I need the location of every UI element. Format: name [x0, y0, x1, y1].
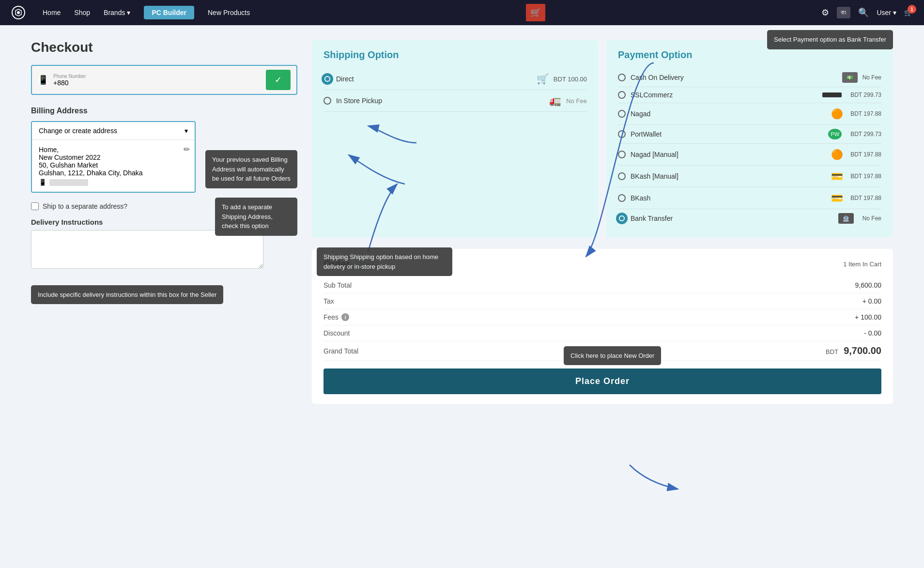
nagad-icon: 🟠	[828, 107, 846, 121]
bank-transfer-annotation: Select Payment option as Bank Transfer	[767, 30, 893, 49]
instore-price: No Fee	[566, 97, 587, 105]
billing-address-title: Billing Address	[31, 107, 297, 115]
grand-total-label: Grand Total	[323, 347, 358, 355]
payment-title: Payment Option	[618, 49, 881, 61]
address-type: Home,	[39, 146, 188, 154]
settings-icon[interactable]: ⚙	[821, 7, 829, 18]
bank-transfer-price: No Fee	[862, 215, 881, 222]
bkash-manual-icon: 💳	[828, 169, 846, 183]
delivery-tooltip-container: Include specific delivery instructions w…	[31, 285, 223, 305]
address-line1: 50, Gulshan Market	[39, 161, 188, 169]
bkash-price: BDT 197.88	[850, 195, 881, 201]
payment-label-nagad: Nagad	[631, 110, 823, 118]
bank-transfer-tooltip: Select Payment option as Bank Transfer	[767, 30, 893, 49]
tax-value: + 0.00	[862, 297, 881, 305]
address-phone-masked	[49, 179, 88, 186]
payment-label-bkash: BKash	[631, 194, 823, 202]
nav-pc-builder[interactable]: PC Builder	[144, 6, 194, 19]
payment-radio-nagad-manual[interactable]	[618, 151, 626, 158]
grand-total-value: BDT 9,700.00	[826, 345, 881, 356]
address-dropdown-label: Change or create address	[39, 127, 117, 135]
portwallet-icon: PW	[828, 129, 842, 139]
billing-address-tooltip: Your previous saved Billing Address will…	[205, 150, 297, 188]
payment-radio-bank-transfer[interactable]	[618, 215, 626, 222]
place-order-tooltip-container: Click here to place New Order	[564, 346, 661, 366]
place-order-button[interactable]: Place Order	[323, 368, 881, 394]
phone-label: Phone Number	[53, 74, 261, 79]
payment-radio-cod[interactable]	[618, 74, 626, 81]
user-menu[interactable]: User ▾	[877, 9, 896, 16]
nav-home[interactable]: Home	[43, 9, 61, 16]
tax-label: Tax	[323, 297, 334, 305]
direct-price: BDT 100.00	[554, 76, 587, 83]
ssl-price: BDT 299.73	[850, 92, 881, 98]
payment-option-nagad-manual[interactable]: Nagad [Manual] 🟠 BDT 197.88	[618, 144, 881, 166]
shipping-box: Shipping Option Direct 🛒 BDT 100.00 In S…	[312, 40, 599, 237]
sub-total-label: Sub Total	[323, 281, 352, 289]
shipping-tooltip: Shipping Shipping option based on home d…	[317, 247, 452, 276]
payment-radio-portwallet[interactable]	[618, 130, 626, 138]
cart-icon[interactable]: 🛒 1	[904, 9, 912, 16]
fees-info-icon[interactable]: i	[341, 313, 349, 321]
delivery-textarea[interactable]	[31, 230, 263, 269]
ship-separate-checkbox[interactable]	[31, 202, 39, 210]
payment-label-ssl: SSLCommerz	[631, 91, 817, 99]
cash-icon: 💵	[842, 72, 858, 83]
discount-row: Discount - 0.00	[323, 325, 881, 341]
nagad-manual-icon: 🟠	[828, 148, 846, 161]
shipping-radio-instore[interactable]	[323, 97, 331, 105]
payment-option-bank-transfer[interactable]: Bank Transfer 🏦 No Fee	[618, 209, 881, 228]
payment-option-bkash-manual[interactable]: BKash [Manual] 💳 BDT 197.88	[618, 166, 881, 187]
payment-option-ssl[interactable]: SSLCommerz BDT 299.73	[618, 87, 881, 103]
payment-label-nagad-manual: Nagad [Manual]	[631, 151, 823, 158]
right-column: Shipping Option Direct 🛒 BDT 100.00 In S…	[312, 40, 893, 404]
search-icon[interactable]: 🔍	[858, 7, 869, 18]
discount-label: Discount	[323, 329, 350, 337]
nav-brands[interactable]: Brands ▾	[104, 9, 130, 16]
payment-radio-bkash-manual[interactable]	[618, 172, 626, 180]
payment-radio-bkash[interactable]	[618, 194, 626, 202]
user-label: User	[877, 9, 891, 16]
bkash-icon: 💳	[828, 191, 846, 205]
ship-separate-section: Ship to a separate address? To add a sep…	[31, 202, 297, 210]
sub-total-row: Sub Total 9,600.00	[323, 277, 881, 293]
payment-option-nagad[interactable]: Nagad 🟠 BDT 197.88	[618, 103, 881, 125]
nagad-price: BDT 197.88	[850, 110, 881, 117]
tax-row: Tax + 0.00	[323, 293, 881, 309]
nav-shop[interactable]: Shop	[74, 9, 90, 16]
shipping-option-instore[interactable]: In Store Pickup 🚛 No Fee	[323, 90, 587, 112]
payment-option-cod[interactable]: Cash On Delivery 💵 No Fee	[618, 68, 881, 87]
shipping-radio-direct[interactable]	[323, 75, 331, 83]
options-row: Shipping Option Direct 🛒 BDT 100.00 In S…	[312, 40, 893, 237]
nav-new-products[interactable]: New Products	[208, 9, 250, 16]
payment-option-bkash[interactable]: BKash 💳 BDT 197.88	[618, 187, 881, 209]
payment-radio-nagad[interactable]	[618, 110, 626, 118]
delivery-tooltip: Include specific delivery instructions w…	[31, 285, 223, 305]
address-dropdown[interactable]: Change or create address ▾	[32, 122, 195, 140]
address-edit-icon[interactable]: ✏	[184, 145, 190, 154]
payment-box: Payment Option Cash On Delivery 💵 No Fee…	[606, 40, 893, 237]
payment-option-portwallet[interactable]: PortWallet PW BDT 299.73	[618, 125, 881, 144]
billing-tooltip-container: Your previous saved Billing Address will…	[205, 150, 297, 188]
site-logo[interactable]	[12, 6, 25, 19]
payment-label-cod: Cash On Delivery	[631, 74, 837, 81]
phone-check-button[interactable]: ✓	[266, 70, 291, 90]
ship-separate-tooltip: To add a separate Shipping Address, chec…	[215, 198, 297, 236]
brands-chevron-icon: ▾	[127, 9, 130, 16]
billing-combo: Change or create address ▾ ✏ Home, New C…	[31, 121, 196, 193]
cart-badge: 1	[908, 5, 916, 14]
sub-total-value: 9,600.00	[855, 281, 882, 289]
main-container: Select Payment option as Bank Transfer C…	[12, 25, 912, 418]
payment-label-bkash-manual: BKash [Manual]	[631, 172, 823, 180]
phone-input[interactable]	[53, 79, 150, 87]
shipping-option-direct[interactable]: Direct 🛒 BDT 100.00	[323, 68, 587, 90]
place-order-tooltip: Click here to place New Order	[564, 346, 661, 366]
center-logo: 🛒	[526, 4, 545, 21]
language-button[interactable]: বাং	[837, 7, 850, 18]
grand-total-amount: 9,700.00	[844, 345, 881, 356]
checkout-title: Checkout	[31, 40, 297, 55]
bdt-prefix: BDT	[826, 348, 838, 355]
ship-separate-text: Ship to a separate address?	[43, 202, 127, 210]
fees-label: Fees i	[323, 313, 349, 321]
payment-radio-ssl[interactable]	[618, 91, 626, 99]
